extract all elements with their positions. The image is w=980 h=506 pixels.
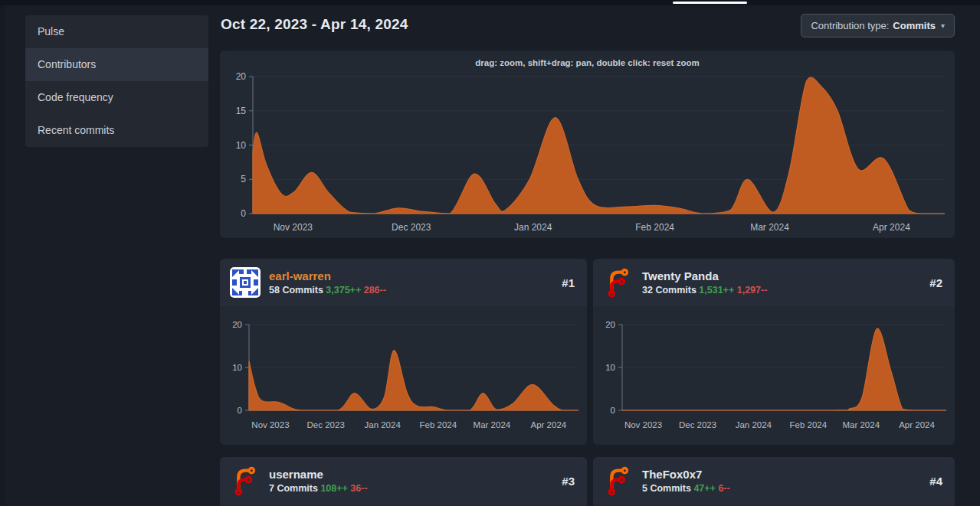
date-range-heading: Oct 22, 2023 - Apr 14, 2024 [221, 16, 408, 33]
contributor-name[interactable]: username [269, 468, 553, 481]
earl-warren-commits-chart[interactable]: 01020Nov 2023Dec 2023Jan 2024Feb 2024Mar… [220, 306, 587, 445]
contributor-identity: TheFox0x7 5 Commits 47++ 6-- [642, 468, 921, 494]
svg-text:Feb 2024: Feb 2024 [635, 222, 674, 233]
svg-text:0: 0 [238, 406, 242, 415]
commit-count: 32 Commits [642, 285, 696, 295]
deletions-count: 1,297-- [737, 285, 768, 295]
svg-text:5: 5 [241, 174, 246, 184]
commit-count: 5 Commits [642, 483, 691, 494]
forgejo-logo-avatar[interactable] [603, 465, 634, 496]
svg-text:Mar 2024: Mar 2024 [842, 420, 880, 429]
svg-text:Dec 2023: Dec 2023 [307, 420, 345, 429]
svg-text:0: 0 [241, 208, 246, 219]
commit-count: 7 Commits [269, 483, 318, 494]
svg-text:Jan 2024: Jan 2024 [364, 420, 401, 429]
sidebar-item-contributors[interactable]: Contributors [25, 48, 208, 81]
contributor-name-link[interactable]: earl-warren [269, 269, 553, 282]
overall-commits-chart-panel: drag: zoom, shift+drag: pan, double clic… [220, 51, 955, 238]
activity-sidebar: Pulse Contributors Code frequency Recent… [25, 15, 208, 147]
svg-text:Nov 2023: Nov 2023 [624, 420, 662, 429]
contributor-name[interactable]: TheFox0x7 [642, 468, 921, 481]
svg-text:Dec 2023: Dec 2023 [392, 222, 431, 233]
svg-text:Nov 2023: Nov 2023 [251, 420, 289, 429]
contributor-card-3: username 7 Commits 108++ 36-- #3 [220, 457, 587, 506]
earl-warren-identicon-avatar[interactable] [230, 267, 261, 298]
svg-text:Mar 2024: Mar 2024 [474, 420, 511, 429]
contributor-rank-badge: #3 [562, 475, 575, 488]
contributor-stats: 7 Commits 108++ 36-- [269, 483, 553, 494]
deletions-count: 6-- [718, 483, 729, 494]
svg-text:20: 20 [232, 320, 242, 329]
contributor-identity: Twenty Panda 32 Commits 1,531++ 1,297-- [642, 269, 921, 295]
svg-text:Dec 2023: Dec 2023 [679, 420, 716, 429]
page-left-edge [0, 5, 6, 506]
contributor-rank-badge: #4 [929, 475, 942, 488]
additions-count: 3,375++ [326, 285, 361, 295]
twenty-panda-commits-chart[interactable]: 01020Nov 2023Dec 2023Jan 2024Feb 2024Mar… [593, 306, 955, 445]
contributor-card-4: TheFox0x7 5 Commits 47++ 6-- #4 [593, 457, 955, 506]
contributor-card-3-header: username 7 Commits 108++ 36-- #3 [220, 457, 587, 504]
sidebar-item-code-frequency[interactable]: Code frequency [25, 81, 208, 114]
svg-text:10: 10 [236, 140, 247, 151]
commit-count: 58 Commits [269, 285, 323, 295]
contribution-type-label: Contribution type: [811, 20, 889, 31]
contributor-card-2: Twenty Panda 32 Commits 1,531++ 1,297-- … [593, 259, 955, 445]
svg-text:Jan 2024: Jan 2024 [736, 420, 772, 429]
contributor-card-2-header: Twenty Panda 32 Commits 1,531++ 1,297-- … [593, 259, 955, 306]
chart-zoom-hint: drag: zoom, shift+drag: pan, double clic… [220, 58, 955, 67]
sidebar-item-pulse[interactable]: Pulse [25, 15, 208, 48]
svg-text:0: 0 [611, 406, 615, 415]
svg-text:Jan 2024: Jan 2024 [514, 222, 552, 233]
svg-text:15: 15 [236, 106, 247, 116]
chevron-down-icon: ▾ [941, 21, 945, 30]
deletions-count: 36-- [350, 483, 367, 494]
additions-count: 47++ [693, 483, 716, 494]
contributor-name[interactable]: Twenty Panda [642, 269, 921, 282]
contributor-identity: username 7 Commits 108++ 36-- [269, 468, 553, 494]
svg-text:10: 10 [232, 363, 242, 372]
contributor-stats: 58 Commits 3,375++ 286-- [269, 285, 553, 295]
contributor-rank-badge: #1 [562, 276, 575, 289]
contributor-identity: earl-warren 58 Commits 3,375++ 286-- [269, 269, 553, 295]
contributor-card-4-header: TheFox0x7 5 Commits 47++ 6-- #4 [593, 457, 955, 504]
svg-text:20: 20 [605, 320, 615, 329]
overall-commits-chart[interactable]: 05101520Nov 2023Dec 2023Jan 2024Feb 2024… [220, 51, 955, 238]
additions-count: 1,531++ [699, 285, 734, 295]
sidebar-item-recent-commits[interactable]: Recent commits [25, 114, 208, 147]
svg-text:Nov 2023: Nov 2023 [274, 222, 313, 233]
active-tab-underline [673, 2, 747, 4]
deletions-count: 286-- [364, 285, 386, 295]
svg-text:Apr 2024: Apr 2024 [873, 222, 910, 233]
contributor-rank-badge: #2 [929, 276, 942, 289]
contributor-card-1-header: earl-warren 58 Commits 3,375++ 286-- #1 [220, 259, 587, 306]
contributor-card-1: earl-warren 58 Commits 3,375++ 286-- #1 … [220, 259, 587, 445]
additions-count: 108++ [320, 483, 347, 494]
forgejo-logo-avatar[interactable] [603, 267, 634, 298]
svg-text:Feb 2024: Feb 2024 [420, 420, 457, 429]
top-nav-edge [0, 0, 980, 5]
svg-text:Apr 2024: Apr 2024 [531, 420, 567, 429]
contribution-type-dropdown[interactable]: Contribution type: Commits ▾ [801, 14, 955, 38]
svg-text:20: 20 [236, 71, 247, 82]
svg-text:10: 10 [605, 363, 615, 372]
contributor-stats: 32 Commits 1,531++ 1,297-- [642, 285, 921, 295]
contributor-stats: 5 Commits 47++ 6-- [642, 483, 921, 494]
svg-text:Apr 2024: Apr 2024 [899, 420, 935, 429]
forgejo-logo-avatar[interactable] [230, 465, 261, 496]
contribution-type-value: Commits [893, 20, 936, 31]
svg-text:Mar 2024: Mar 2024 [750, 222, 789, 233]
svg-text:Feb 2024: Feb 2024 [789, 420, 827, 429]
